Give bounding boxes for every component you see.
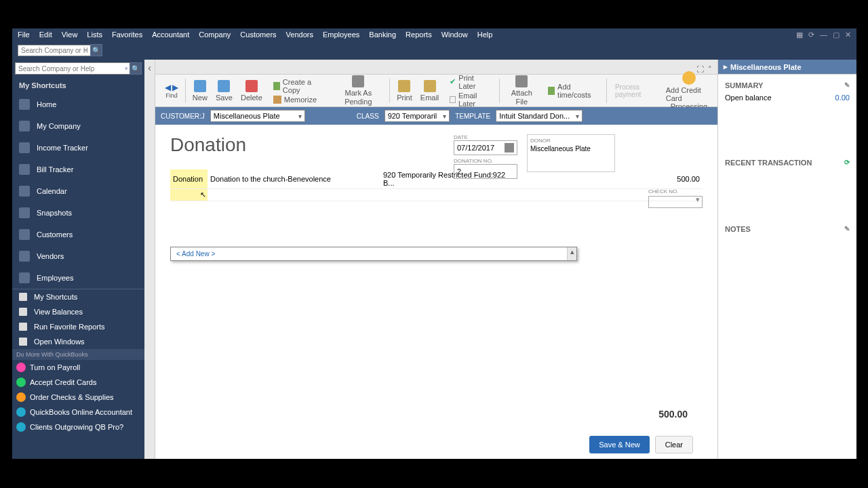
promo-icon: [16, 363, 26, 372]
email-later-check[interactable]: Email Later: [446, 92, 494, 108]
menu-vendors[interactable]: Vendors: [286, 30, 313, 39]
promo-item[interactable]: Turn on Payroll: [12, 360, 144, 375]
line-items-table: Donation Donation to the church-Benevole…: [170, 169, 703, 201]
refresh-icon[interactable]: ⟳: [844, 159, 850, 167]
menu-employees[interactable]: Employees: [323, 30, 359, 39]
menu-lists[interactable]: Lists: [87, 30, 102, 39]
menu-window[interactable]: Window: [441, 30, 468, 39]
edit-notes-icon[interactable]: ✎: [844, 225, 850, 233]
donation-no-input[interactable]: 2: [454, 164, 517, 179]
sidebar-icon: [19, 338, 27, 346]
add-new-item[interactable]: < Add New >: [171, 247, 576, 260]
grid-icon[interactable]: ▦: [796, 30, 803, 39]
item-dropdown[interactable]: < Add New > ▴: [170, 247, 577, 261]
credit-card-icon: [682, 71, 696, 85]
collapse-sidebar[interactable]: ‹: [144, 60, 155, 459]
top-search-input[interactable]: [18, 45, 91, 56]
sidebar: ▾ 🔍 My Shortcuts HomeMy CompanyIncome Tr…: [12, 60, 144, 459]
customer-select[interactable]: Miscellaneous Plate: [210, 110, 305, 122]
save-button[interactable]: Save: [212, 80, 237, 102]
summary-header: SUMMARY: [725, 81, 763, 89]
menu-view[interactable]: View: [62, 30, 78, 39]
date-input[interactable]: 07/12/2017: [454, 140, 517, 155]
print-later-check[interactable]: ✔Print Later: [446, 74, 494, 90]
save-new-button[interactable]: Save & New: [589, 436, 650, 453]
sidebar-bottom-run-favorite-reports[interactable]: Run Favorite Reports: [12, 319, 144, 334]
sidebar-bottom-my-shortcuts[interactable]: My Shortcuts: [12, 289, 144, 304]
edit-icon[interactable]: ✎: [844, 81, 850, 89]
promo-item[interactable]: Accept Credit Cards: [12, 375, 144, 390]
sidebar-item-home[interactable]: Home: [12, 94, 144, 115]
top-search-button[interactable]: 🔍: [90, 44, 102, 56]
right-panel: ▸Miscellaneous Plate SUMMARY✎ Open balan…: [717, 60, 856, 459]
print-button[interactable]: Print: [393, 80, 416, 102]
dropdown-scrollbar[interactable]: ▴: [567, 247, 576, 260]
minimize-icon[interactable]: —: [820, 30, 827, 39]
line-item-row[interactable]: Donation Donation to the church-Benevole…: [170, 169, 703, 189]
customer-label: CUSTOMER:J: [161, 113, 205, 120]
line-item-row-empty[interactable]: ↖▾: [170, 189, 703, 201]
sidebar-icon: [19, 293, 27, 301]
add-credit-card-button[interactable]: Add Credit CardProcessing: [666, 71, 712, 110]
form-area: Donation DATE 07/12/2017 DONATION NO. 2 …: [155, 125, 717, 459]
menu-edit[interactable]: Edit: [39, 30, 52, 39]
find-button[interactable]: Find: [165, 92, 178, 99]
notes-header: NOTES: [725, 225, 751, 233]
promo-icon: [16, 392, 26, 402]
window-controls[interactable]: ▦ ⟳ — ▢ ✕: [796, 30, 851, 39]
menu-company[interactable]: Company: [199, 30, 231, 39]
total-amount: 500.00: [658, 409, 688, 420]
next-arrow-icon[interactable]: ▶: [172, 83, 178, 92]
sync-icon[interactable]: ⟳: [808, 30, 814, 39]
menu-file[interactable]: File: [18, 30, 30, 39]
sidebar-bottom-open-windows[interactable]: Open Windows: [12, 334, 144, 349]
donor-label: DONOR: [530, 138, 612, 144]
attach-file-button[interactable]: Attach File: [502, 75, 541, 105]
sidebar-item-calendar[interactable]: Calendar: [12, 180, 144, 202]
selector-row: CUSTOMER:J Miscellaneous Plate CLASS 920…: [155, 107, 717, 125]
promo-icon: [16, 422, 26, 432]
sidebar-search-button[interactable]: 🔍: [130, 62, 142, 75]
promo-item[interactable]: QuickBooks Online Accountant: [12, 405, 144, 420]
menu-reports[interactable]: Reports: [406, 30, 432, 39]
calendar-icon[interactable]: [505, 143, 514, 152]
clear-button[interactable]: Clear: [655, 436, 693, 453]
delete-button[interactable]: Delete: [237, 80, 267, 102]
class-select[interactable]: 920 Temporaril: [384, 110, 450, 122]
mark-pending-button[interactable]: Mark As Pending: [330, 75, 387, 105]
template-select[interactable]: Intuit Standard Don...: [496, 110, 583, 122]
sidebar-item-bill-tracker[interactable]: Bill Tracker: [12, 159, 144, 180]
promo-icon: [16, 407, 26, 417]
close-icon[interactable]: ✕: [845, 30, 851, 39]
email-button[interactable]: Email: [416, 80, 443, 102]
promo-item[interactable]: Order Checks & Supplies: [12, 390, 144, 405]
menu-banking[interactable]: Banking: [369, 30, 396, 39]
sidebar-bottom-view-balances[interactable]: View Balances: [12, 304, 144, 319]
sidebar-icon: [19, 229, 30, 240]
donor-value: Miscellaneous Plate: [530, 145, 612, 152]
chevron-right-icon[interactable]: ▸: [724, 62, 728, 71]
create-copy-button[interactable]: Create a Copy: [269, 78, 328, 94]
memorize-button[interactable]: Memorize: [269, 96, 328, 104]
prev-arrow-icon[interactable]: ◀: [165, 83, 171, 92]
new-button[interactable]: New: [189, 80, 212, 102]
menu-customers[interactable]: Customers: [240, 30, 276, 39]
page-title: Donation: [170, 134, 703, 156]
open-balance-label: Open balance: [725, 94, 772, 102]
sidebar-item-customers[interactable]: Customers: [12, 224, 144, 245]
sidebar-item-employees[interactable]: Employees: [12, 267, 144, 289]
sidebar-item-income-tracker[interactable]: Income Tracker: [12, 137, 144, 159]
date-label: DATE: [454, 134, 517, 140]
restore-icon[interactable]: ▢: [833, 30, 840, 39]
menu-accountant[interactable]: Accountant: [152, 30, 189, 39]
sidebar-search-input[interactable]: [15, 62, 133, 75]
sidebar-item-vendors[interactable]: Vendors: [12, 245, 144, 267]
sidebar-item-my-company[interactable]: My Company: [12, 115, 144, 137]
sidebar-item-snapshots[interactable]: Snapshots: [12, 202, 144, 224]
sidebar-icon: [19, 99, 30, 110]
add-time-costs-button[interactable]: Add time/costs: [544, 83, 604, 99]
promo-item[interactable]: Clients Outgrowing QB Pro?: [12, 420, 144, 434]
do-more-header: Do More With QuickBooks: [12, 349, 144, 360]
menu-help[interactable]: Help: [477, 30, 493, 39]
menu-favorites[interactable]: Favorites: [112, 30, 142, 39]
